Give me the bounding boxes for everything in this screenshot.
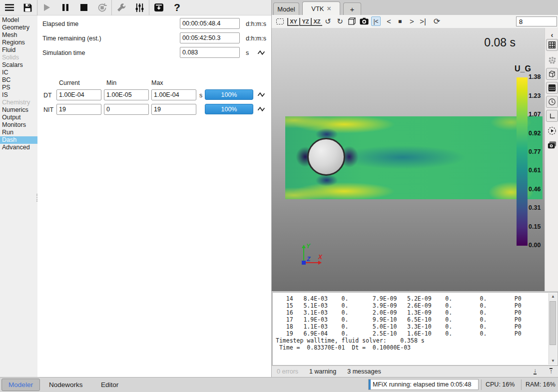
- console-splitter-handle[interactable]: ······: [272, 289, 558, 292]
- snapshot-series-button[interactable]: [546, 139, 558, 151]
- mode-modeler-button[interactable]: Modeler: [1, 379, 40, 391]
- scroll-down-arrow-icon[interactable]: ▼: [549, 358, 557, 365]
- sidebar-item-fluid[interactable]: Fluid: [0, 46, 37, 54]
- sidebar-item-monitors[interactable]: Monitors: [0, 121, 37, 129]
- view-xz-button[interactable]: XZ: [311, 18, 322, 26]
- toggle-cells-button[interactable]: [546, 39, 558, 51]
- cube-icon: [348, 17, 356, 25]
- tab-model[interactable]: Model: [273, 2, 299, 15]
- sidebar-item-dash[interactable]: Dash: [0, 136, 37, 144]
- axes-settings-button[interactable]: [546, 110, 558, 122]
- reset-view-button[interactable]: [275, 16, 285, 26]
- hamburger-icon: [4, 3, 14, 11]
- warnings-count[interactable]: 1 warning: [309, 368, 336, 375]
- stop-playback-button[interactable]: ■: [395, 16, 405, 26]
- pause-button[interactable]: [56, 0, 74, 15]
- view-xy-button[interactable]: XY: [287, 18, 299, 26]
- settings-button[interactable]: [112, 0, 130, 15]
- frame-number-field[interactable]: [516, 16, 557, 26]
- solver-console[interactable]: 14 8.4E-03 0. 7.9E-09 5.2E-09 0. 0. P0 1…: [272, 292, 558, 366]
- tab-vtk[interactable]: VTK ×: [302, 1, 340, 15]
- sidebar-item-scalars[interactable]: Scalars: [0, 61, 37, 69]
- nit-current-field[interactable]: [56, 104, 101, 115]
- refresh-button[interactable]: ⟳: [432, 16, 442, 26]
- sidebar-item-numerics[interactable]: Numerics: [0, 106, 37, 114]
- sidebar-item-ps[interactable]: PS: [0, 84, 37, 91]
- chevron-left-icon: ‹: [551, 31, 554, 39]
- menu-button[interactable]: [0, 0, 18, 15]
- sidebar-item-run[interactable]: Run: [0, 129, 37, 136]
- screenshot-button[interactable]: [359, 16, 369, 26]
- nit-min-field[interactable]: [104, 104, 149, 115]
- rotate-right-button[interactable]: ↻: [335, 16, 345, 26]
- scrollbar-thumb[interactable]: [550, 301, 556, 345]
- sidebar-item-advanced[interactable]: Advanced: [0, 144, 37, 151]
- save-button[interactable]: [18, 0, 37, 15]
- perspective-button[interactable]: [347, 16, 357, 26]
- play-settings-button[interactable]: [546, 125, 558, 137]
- dt-current-field[interactable]: [56, 89, 101, 100]
- run-status-widget: MFiX running: elapsed time 0:05:48: [368, 379, 479, 390]
- colorbar-tick: 0.92: [529, 130, 545, 137]
- console-line: 19 6.9E-04 0. 2.5E-10 1.6E-10 0. 0. P0: [276, 330, 548, 337]
- mode-editor-button[interactable]: Editor: [96, 379, 123, 391]
- reset-button[interactable]: [93, 0, 111, 15]
- last-frame-button[interactable]: >|: [418, 16, 428, 26]
- stop-button[interactable]: [74, 0, 93, 15]
- column-header-max: Max: [151, 79, 163, 86]
- sidebar-item-bc[interactable]: BC: [0, 76, 37, 84]
- mode-nodeworks-button[interactable]: Nodeworks: [44, 379, 88, 391]
- tab-vtk-label: VTK: [311, 5, 324, 12]
- close-tab-icon[interactable]: ×: [327, 5, 331, 11]
- vtk-render-view[interactable]: 0.08 s U_G 1.38 1.23 1.07 0.92 0.77 0.61…: [272, 28, 545, 291]
- scroll-to-bottom-icon[interactable]: ↓: [534, 368, 537, 375]
- sidebar-item-is[interactable]: IS: [0, 91, 37, 99]
- dt-max-field[interactable]: [151, 89, 196, 100]
- nit-max-field[interactable]: [151, 104, 196, 115]
- plot-nit-icon[interactable]: [257, 106, 266, 112]
- pause-icon: [62, 3, 69, 11]
- errors-count: 0 errors: [277, 368, 298, 375]
- column-header-min: Min: [106, 79, 116, 86]
- console-scrollbar[interactable]: ▲ ▼: [549, 293, 557, 365]
- download-button[interactable]: [149, 0, 168, 15]
- sidebar-item-mesh[interactable]: Mesh: [0, 31, 37, 39]
- play-circled-icon: [548, 126, 557, 135]
- help-button[interactable]: ?: [168, 0, 186, 15]
- simulation-time-field[interactable]: [180, 47, 240, 58]
- sidebar-item-geometry[interactable]: Geometry: [0, 24, 37, 31]
- time-controls-button[interactable]: [546, 96, 558, 108]
- run-button[interactable]: [37, 0, 56, 15]
- parameters-button[interactable]: [130, 0, 149, 15]
- message-bar: 0 errors 1 warning 3 messages ↓ ↑: [272, 366, 558, 377]
- dt-min-field[interactable]: [104, 89, 149, 100]
- colorbar-title: U_G: [515, 64, 531, 73]
- elapsed-time-field[interactable]: [180, 18, 240, 29]
- plot-dt-icon[interactable]: [257, 91, 266, 98]
- dashboard-panel: Elapsed time d:h:m:s Time remaining (est…: [37, 15, 271, 377]
- console-line: 16 3.1E-03 0. 2.0E-09 1.3E-09 0. 0. P0: [276, 309, 548, 316]
- scroll-to-top-icon[interactable]: ↑: [550, 368, 553, 375]
- first-frame-button[interactable]: |<: [371, 16, 381, 26]
- rotate-left-button[interactable]: ↺: [323, 16, 333, 26]
- clock-icon: [548, 98, 556, 106]
- next-frame-button[interactable]: >: [407, 16, 417, 26]
- sidebar-item-output[interactable]: Output: [0, 114, 37, 121]
- colorbar-tick: 0.77: [529, 148, 545, 155]
- messages-count[interactable]: 3 messages: [347, 368, 381, 375]
- sidebar-item-ic[interactable]: IC: [0, 69, 37, 76]
- scroll-up-arrow-icon[interactable]: ▲: [549, 293, 557, 300]
- sidebar-item-model[interactable]: Model: [0, 16, 37, 24]
- nodes-icon: [548, 84, 556, 92]
- toggle-nodes-button[interactable]: [546, 82, 558, 94]
- time-remaining-field[interactable]: [180, 32, 240, 43]
- camera-icon: [360, 17, 369, 25]
- axis-z-label: Z: [307, 256, 310, 263]
- toggle-geometry-button[interactable]: [546, 68, 558, 80]
- plot-simulation-time-icon[interactable]: [257, 49, 266, 56]
- sidebar-item-regions[interactable]: Regions: [0, 39, 37, 46]
- view-yz-button[interactable]: YZ: [299, 18, 311, 26]
- previous-frame-button[interactable]: <: [384, 16, 394, 26]
- wrench-icon: [116, 2, 126, 13]
- new-tab-button[interactable]: +: [343, 2, 361, 15]
